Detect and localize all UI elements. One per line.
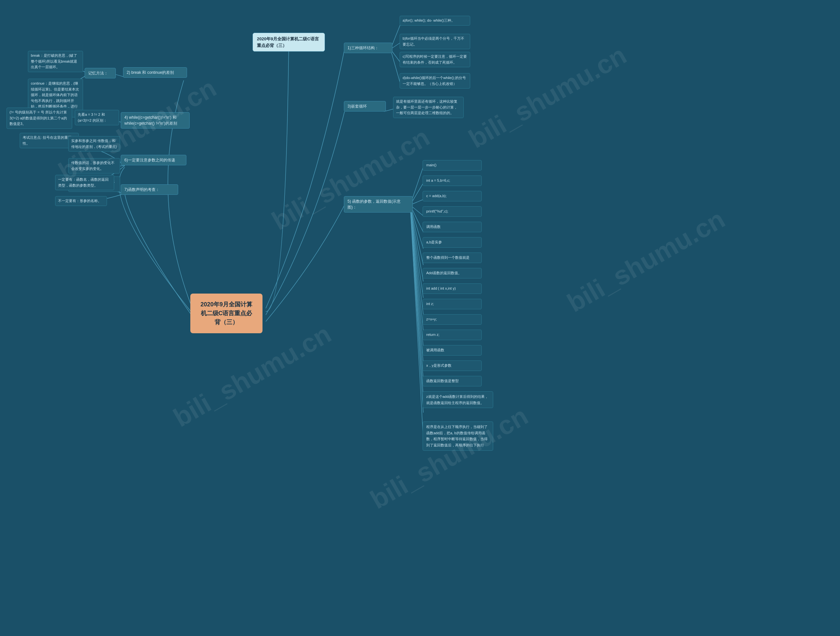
svg-line-11 <box>410 205 423 347</box>
watermark-text-4: bili_shumu.cn <box>562 204 730 319</box>
not-must-node: 不一定要有：形参的名称。 <box>55 196 107 206</box>
param-transfer-node: 6)一定要注意参数之间的传递 <box>121 155 186 165</box>
nested-desc-node: 就是有循环里面还有循环，这种比较复杂，要一层一层一步一步耐心的计算，一般可住两层… <box>393 97 464 118</box>
func-decl-node: 7)函数声明的考查： <box>121 184 178 195</box>
r9-node: int add ( int x,int y) <box>423 283 482 294</box>
func-params-node: 5) 函数的参数，返回数值(示意图)： <box>344 196 413 213</box>
r15-node: 函数返回数值是整型 <box>423 376 482 387</box>
connector-lines <box>0 0 840 636</box>
r12-node: return z; <box>423 330 482 340</box>
svg-line-7 <box>410 205 423 281</box>
param-diff-node: 实参和形参之间 传数值，和传地址的差别，(考试的重点) <box>68 136 120 152</box>
r5-node: 调用函数 <box>423 222 482 232</box>
svg-line-6 <box>410 205 423 265</box>
svg-line-12 <box>410 205 423 363</box>
loop-b-node: b)for循环当中必须是两个分号，千万不要忘记。 <box>399 34 470 49</box>
svg-line-16 <box>410 205 423 439</box>
must-have-node: 一定要有：函数名，函数的返回类型，函数的参数类型。 <box>55 175 114 190</box>
svg-line-13 <box>410 205 423 380</box>
svg-line-9 <box>410 205 423 314</box>
r10-node: int z; <box>423 299 482 309</box>
neq-note: (!= 号的级别高于 = 号 所以个先计算 3(!=2) a的数值是得到的1;第… <box>6 107 72 129</box>
break-note: break：是打破的意思，(破了整个循环)所以看见break就退出真个一层循环。 <box>28 51 83 72</box>
watermark-text-6: bili_shumu.cn <box>365 401 533 515</box>
r11-node: z=x+y; <box>423 314 482 325</box>
r1-node: main() <box>423 160 482 170</box>
loop-a-node: a)for(); while(); do- while()三种。 <box>399 16 470 25</box>
r13-node: 被调用函数 <box>423 345 482 355</box>
loop-c-node: c)写程序的时候一定要注意，循环一定要有结束的条件，否则成了死循环。 <box>399 52 470 67</box>
svg-line-14 <box>410 205 423 396</box>
mind-map: bili_shumu.cn bili_shumu.cn bili_shumu.c… <box>0 0 840 636</box>
value-transfer-node: 传数值的话，形参的变化不会改变实参的变化。 <box>68 158 120 174</box>
r3-node: c = add(a,b); <box>423 191 482 201</box>
r4-node: printf("%d",c); <box>423 206 482 217</box>
r16-node: z就是这个add函数计算后得到的结果，就是函数返回给主程序的返回数值。 <box>423 391 493 408</box>
top-title-node: 2020年9月全国计算机二级C语言重点必背（三） <box>253 33 325 52</box>
center-node: 2020年9月全国计算机二级C语言重点必背（三） <box>190 294 262 333</box>
watermark: bili_shumu.cn bili_shumu.cn bili_shumu.c… <box>0 0 840 636</box>
xiana-note: 先看a = 3 != 2 和(a=3)!=2 的区别： <box>75 110 119 125</box>
r14-node: x，y是形式参数 <box>423 360 482 371</box>
watermark-text-5: bili_shumu.cn <box>168 319 336 433</box>
loop-d-node: d)do-while()循环的后一个while();的分号一定不能够忽。（当心上… <box>399 73 470 88</box>
while-diff-node: 4) while((c=getchar())!='\n') 和 while(c=… <box>121 112 189 129</box>
nested-loop-node: 3)嵌套循环 <box>344 101 386 112</box>
svg-line-10 <box>410 205 423 331</box>
r7-node: 整个函数得到一个数值就是 <box>423 253 482 263</box>
r6-node: a,b是实参 <box>423 237 482 248</box>
watermark-text-3: bili_shumu.cn <box>464 40 632 155</box>
watermark-text-2: bili_shumu.cn <box>267 122 435 237</box>
r2-node: int a = 5,b=6,c; <box>423 175 482 186</box>
r8-node: Add函数的返回数值。 <box>423 268 482 278</box>
r17-node: 程序是在从上往下顺序执行，当碰到了函数add后，把a, b的数值传给调用函数，程… <box>423 421 493 451</box>
svg-line-8 <box>410 205 423 298</box>
break-continue-node: 2) break 和 continue的差别 <box>123 67 187 78</box>
jiyifa-node: 记忆方法： <box>85 68 116 78</box>
svg-line-15 <box>410 205 423 413</box>
loop-types-node: 1)三种循环结构： <box>344 43 392 53</box>
